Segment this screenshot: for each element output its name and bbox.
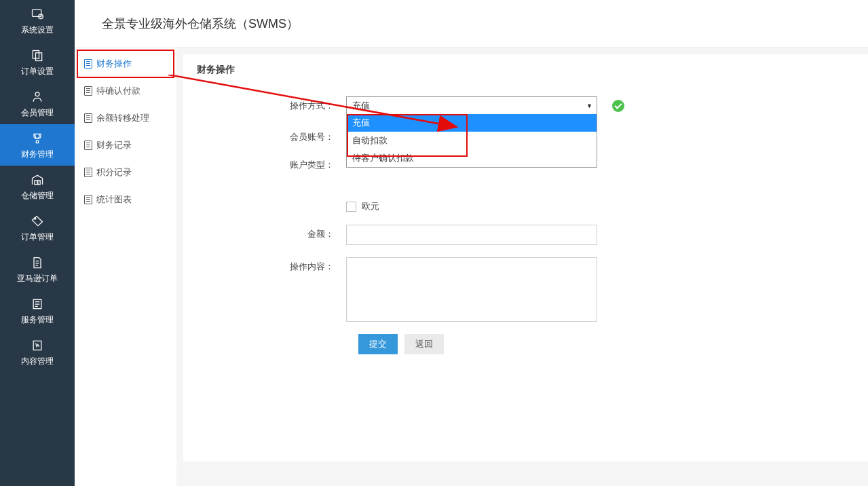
operation-select[interactable]: 充值 [346,96,597,115]
label-content: 操作内容： [197,257,346,273]
subnav-label: 财务操作 [96,58,132,70]
svg-point-4 [35,92,39,96]
subnav-points-log[interactable]: 积分记录 [77,159,174,186]
doc-icon [84,86,92,96]
sidebar-label: 内容管理 [21,356,54,367]
svg-rect-5 [35,181,37,185]
checkbox-icon [346,202,356,212]
app-header: 全景专业级海外仓储系统（SWMS） [75,0,868,48]
warehouse-icon [29,172,45,187]
service-icon [29,297,45,312]
sidebar-item-orders[interactable]: 订单管理 [0,207,75,248]
app-title: 全景专业级海外仓储系统（SWMS） [102,16,299,32]
sidebar-item-finance[interactable]: 财务管理 [0,124,75,166]
subnav-label: 待确认付款 [96,85,140,97]
member-icon [29,90,45,105]
settings-icon [29,7,45,22]
subnav-label: 积分记录 [96,166,132,179]
sidebar-label: 财务管理 [21,149,54,160]
label-account-type: 账户类型： [197,155,346,171]
subnav-finance-operation[interactable]: 财务操作 [77,50,174,77]
doc-icon [84,141,92,150]
panel-title: 财务操作 [197,64,854,76]
back-button[interactable]: 返回 [404,334,444,354]
sidebar-label: 服务管理 [21,314,54,326]
subnav-label: 余额转移处理 [96,112,149,124]
sidebar-item-member[interactable]: 会员管理 [0,83,75,124]
subnav-stats-chart[interactable]: 统计图表 [77,186,174,213]
document-icon [29,255,45,270]
doc-icon [84,113,92,123]
subnav-label: 统计图表 [96,193,132,206]
currency-eur[interactable]: 欧元 [346,200,379,212]
dropdown-option-auto-deduct[interactable]: 自动扣款 [347,132,597,149]
label-account: 会员账号： [197,128,346,143]
subnav-label: 财务记录 [96,139,132,151]
svg-rect-0 [33,10,41,16]
tag-icon [29,214,45,229]
subnav-pending-payment[interactable]: 待确认付款 [77,77,174,105]
sidebar-label: 亚马逊订单 [17,273,58,284]
content-icon [29,338,45,353]
finance-icon [29,131,45,146]
sidebar-item-amazon[interactable]: 亚马逊订单 [0,248,75,290]
svg-rect-6 [38,181,40,185]
sidebar-label: 订单管理 [21,231,54,243]
doc-icon [84,59,92,69]
sidebar-label: 会员管理 [21,107,54,119]
doc-icon [84,168,92,177]
doc-icon [84,195,92,204]
sidebar-label: 仓储管理 [21,190,54,202]
subnav-balance-transfer[interactable]: 余额转移处理 [77,105,174,132]
operation-select-value: 充值 [352,100,370,112]
ok-badge-icon [612,100,624,112]
sidebar-item-system-settings[interactable]: 系统设置 [0,0,75,41]
operation-dropdown: 充值 自动扣款 待客户确认扣款 [346,114,597,168]
label-operation: 操作方式： [197,96,346,112]
subnav-finance-log[interactable]: 财务记录 [77,132,174,159]
sidebar-item-content[interactable]: 内容管理 [0,331,75,373]
svg-point-7 [34,218,36,220]
submit-button[interactable]: 提交 [358,334,398,354]
dropdown-option-recharge[interactable]: 充值 [347,114,597,132]
sidebar-label: 订单设置 [21,66,54,77]
dropdown-option-confirm-deduct[interactable]: 待客户确认扣款 [347,149,597,167]
sidebar-item-order-config[interactable]: 订单设置 [0,41,75,83]
amount-input[interactable] [346,225,597,245]
sub-sidebar: 财务操作 待确认付款 余额转移处理 财务记录 积分记录 [75,48,176,486]
sidebar-label: 系统设置 [21,24,54,36]
main-sidebar: 系统设置 订单设置 会员管理 财务管理 仓储管理 [0,0,75,486]
order-config-icon [29,48,45,63]
main-panel: 财务操作 操作方式： 充值 充值 自动扣款 待客户确认扣款 [183,54,868,462]
label-amount: 金额： [197,225,346,240]
sidebar-item-service[interactable]: 服务管理 [0,290,75,331]
content-textarea[interactable] [346,257,597,322]
sidebar-item-warehouse[interactable]: 仓储管理 [0,166,75,207]
